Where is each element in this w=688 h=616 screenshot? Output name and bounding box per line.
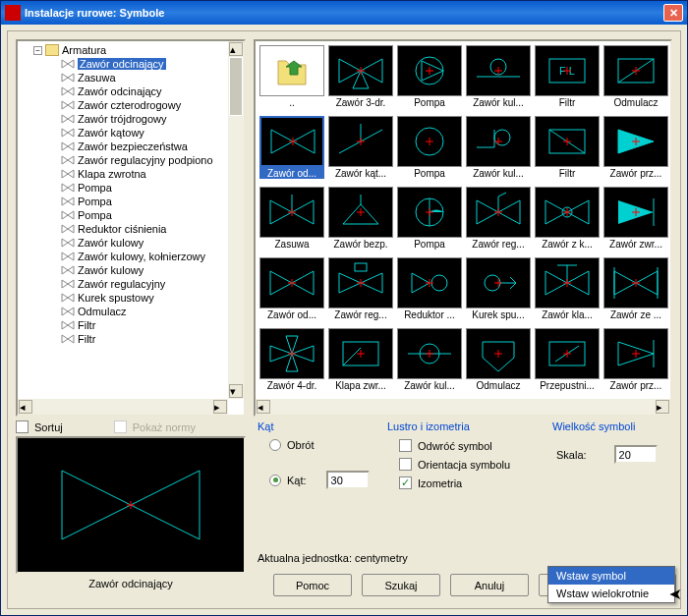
tree-item-label: Zawór czterodrogowy bbox=[78, 99, 181, 111]
tree-item[interactable]: Zawór odcinający bbox=[33, 84, 244, 98]
symbol-cell[interactable]: Pompa bbox=[397, 187, 462, 253]
svg-line-72 bbox=[343, 348, 361, 365]
tree-item[interactable]: Zawór trójdrogowy bbox=[33, 112, 244, 126]
symbol-cell[interactable]: Klapa zwr... bbox=[328, 328, 393, 395]
tree-item[interactable]: Zawór czterodrogowy bbox=[33, 98, 244, 112]
symbol-cell[interactable]: Kurek spu... bbox=[466, 257, 531, 324]
symbol-thumbnail: F L bbox=[535, 45, 600, 96]
scroll-left-button[interactable]: ◂ bbox=[19, 400, 32, 414]
search-button[interactable]: Szukaj bbox=[362, 574, 440, 596]
symbol-thumbnail bbox=[466, 328, 531, 379]
tree-item[interactable]: Zawór regulacyjny podpiono bbox=[33, 153, 244, 167]
orient-checkbox[interactable] bbox=[399, 458, 412, 471]
sort-label: Sortuj bbox=[34, 421, 63, 433]
grid-hscrollbar[interactable]: ◂ ▸ bbox=[256, 399, 670, 415]
symbol-cell[interactable]: Odmulacz bbox=[603, 45, 668, 112]
symbol-cell[interactable]: .. bbox=[259, 45, 324, 112]
tree-item[interactable]: Pompa bbox=[33, 181, 244, 195]
symbol-cell[interactable]: Zawór bezp. bbox=[328, 187, 393, 253]
symbol-label: Odmulacz bbox=[466, 379, 531, 391]
symbol-thumbnail bbox=[603, 328, 668, 379]
scroll-down-button[interactable]: ▾ bbox=[229, 384, 243, 398]
tree-item[interactable]: Zawór kulowy, kołnierzowy bbox=[33, 250, 244, 263]
scale-label: Skala: bbox=[556, 449, 587, 461]
symbol-cell[interactable]: Zawór reg... bbox=[466, 187, 531, 253]
symbol-thumbnail bbox=[259, 328, 324, 379]
cancel-button[interactable]: Anuluj bbox=[450, 574, 529, 596]
tree-item[interactable]: Pompa bbox=[33, 208, 244, 222]
close-button[interactable]: ✕ bbox=[663, 4, 683, 22]
symbol-cell[interactable]: Zawór prz... bbox=[603, 116, 668, 183]
symbol-cell[interactable]: Zawór ze ... bbox=[603, 257, 668, 324]
rotate-radio[interactable] bbox=[269, 439, 281, 451]
tree-item-label: Reduktor ciśnienia bbox=[78, 223, 167, 235]
symbol-cell[interactable]: Zawór kul... bbox=[466, 116, 531, 183]
symbol-cell[interactable]: Zawór od... bbox=[259, 257, 324, 324]
scroll-right-button[interactable]: ▸ bbox=[656, 400, 669, 414]
tree-item-label: Filtr bbox=[78, 319, 95, 331]
scroll-right-button[interactable]: ▸ bbox=[213, 400, 227, 414]
category-tree[interactable]: −ArmaturaZawór odcinającyZasuwaZawór odc… bbox=[16, 39, 246, 417]
tree-item[interactable]: Zawór kątowy bbox=[33, 126, 244, 140]
symbol-label: Przepustni... bbox=[535, 379, 600, 391]
symbol-cell[interactable]: Filtr bbox=[535, 116, 600, 183]
symbol-cell[interactable]: Zawór zwr... bbox=[603, 187, 668, 253]
symbol-cell[interactable]: Pompa bbox=[397, 45, 462, 112]
flip-label: Odwróć symbol bbox=[418, 440, 492, 452]
symbol-cell[interactable]: Zawór reg... bbox=[328, 257, 393, 324]
symbol-cell[interactable]: Zawór kul... bbox=[466, 45, 531, 112]
symbol-cell[interactable]: Zasuwa bbox=[259, 187, 324, 253]
tree-item[interactable]: Pompa bbox=[33, 195, 244, 208]
tree-item[interactable]: Zasuwa bbox=[33, 71, 244, 84]
tree-item[interactable]: Zawór odcinający bbox=[33, 57, 244, 71]
symbol-cell[interactable]: Zawór z k... bbox=[535, 187, 600, 253]
tree-item[interactable]: Filtr bbox=[33, 318, 244, 332]
symbol-cell[interactable]: Reduktor ... bbox=[397, 257, 462, 324]
tree-item-label: Zawór bezpieczeństwa bbox=[78, 140, 188, 152]
angle-input[interactable]: 30 bbox=[326, 471, 370, 489]
tree-hscrollbar[interactable]: ◂ ▸ bbox=[18, 399, 228, 415]
tree-item[interactable]: Klapa zwrotna bbox=[33, 167, 244, 181]
sort-checkbox[interactable] bbox=[16, 420, 29, 433]
tree-item-label: Zawór regulacyjny bbox=[78, 278, 165, 290]
scale-input[interactable]: 20 bbox=[614, 445, 658, 464]
tree-item[interactable]: Reduktor ciśnienia bbox=[33, 222, 244, 236]
symbol-cell[interactable]: Pompa bbox=[397, 116, 462, 183]
iso-checkbox[interactable]: ✓ bbox=[399, 476, 412, 489]
menu-insert-multiple[interactable]: Wstaw wielokrotnie bbox=[548, 585, 674, 602]
symbol-cell[interactable]: Zawór kla... bbox=[535, 257, 600, 324]
tree-item[interactable]: Zawór regulacyjny bbox=[33, 277, 244, 291]
scroll-up-button[interactable]: ▴ bbox=[229, 42, 243, 56]
symbol-cell[interactable]: Zawór kul... bbox=[397, 328, 462, 395]
tree-item-label: Pompa bbox=[78, 209, 112, 221]
symbol-cell[interactable]: Zawór prz... bbox=[603, 328, 668, 395]
mouse-cursor: ➤ bbox=[669, 585, 682, 603]
tree-item[interactable]: Zawór bezpieczeństwa bbox=[33, 140, 244, 153]
size-group: Wielkość symboli Skala: 20 bbox=[552, 420, 670, 538]
symbol-cell[interactable]: Zawór 3-dr. bbox=[328, 45, 393, 112]
scroll-left-button[interactable]: ◂ bbox=[257, 400, 270, 414]
sort-row: Sortuj Pokaż normy bbox=[16, 420, 246, 433]
tree-item[interactable]: Kurek spustowy bbox=[33, 291, 244, 305]
symbol-cell[interactable]: F LFiltr bbox=[535, 45, 600, 112]
symbol-cell[interactable]: Odmulacz bbox=[466, 328, 531, 395]
tree-item[interactable]: Zawór kulowy bbox=[33, 263, 244, 277]
collapse-icon[interactable]: − bbox=[33, 46, 42, 55]
angle-radio[interactable] bbox=[269, 475, 281, 486]
tree-item[interactable]: Filtr bbox=[33, 332, 244, 346]
symbol-cell[interactable]: Przepustni... bbox=[535, 328, 600, 395]
tree-vscrollbar[interactable]: ▴ ▾ bbox=[228, 41, 244, 399]
symbol-cell[interactable]: Zawór od... bbox=[259, 116, 324, 183]
symbol-cell[interactable]: Zawór kąt... bbox=[328, 116, 393, 183]
tree-root-item[interactable]: −Armatura bbox=[33, 43, 244, 57]
tree-item-label: Zawór kulowy bbox=[78, 264, 143, 276]
help-button[interactable]: Pomoc bbox=[273, 574, 352, 596]
scroll-thumb[interactable] bbox=[229, 57, 243, 116]
symbol-label: Zawór od... bbox=[259, 167, 324, 179]
tree-item[interactable]: Odmulacz bbox=[33, 305, 244, 318]
preview-panel bbox=[16, 436, 246, 574]
symbol-cell[interactable]: Zawór 4-dr. bbox=[259, 328, 324, 395]
menu-insert-symbol[interactable]: Wstaw symbol bbox=[548, 567, 674, 585]
tree-item[interactable]: Zawór kulowy bbox=[33, 236, 244, 250]
flip-checkbox[interactable] bbox=[399, 439, 412, 452]
